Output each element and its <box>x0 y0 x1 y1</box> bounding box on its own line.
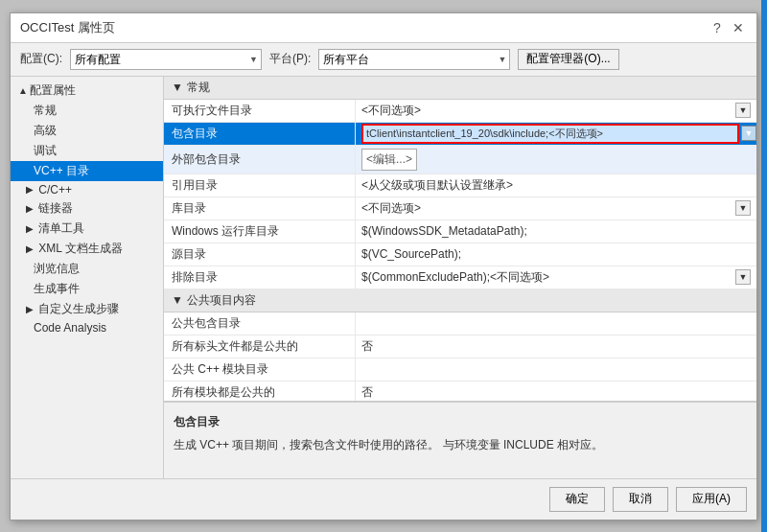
section-expand-icon: ▼ <box>172 81 183 94</box>
prop-name-all-public-headers: 所有标头文件都是公共的 <box>164 335 356 358</box>
tree-item-xml-gen[interactable]: ▶ XML 文档生成器 <box>11 239 163 259</box>
prop-name-library: 库目录 <box>164 197 356 220</box>
tree-item-advanced[interactable]: 高级 <box>11 121 163 141</box>
prop-value-library[interactable]: <不同选项> ▼ <box>356 197 756 220</box>
right-panel: ▼ 常规 可执行文件目录 <不同选项> ▼ 包含目录 <box>164 77 756 478</box>
platform-select-wrapper[interactable]: 所有平台 <box>318 49 510 70</box>
prop-name-include: 包含目录 <box>164 123 356 145</box>
prop-row-all-modules-public: 所有模块都是公共的 否 <box>164 382 756 402</box>
prop-row-external-include: 外部包含目录 <编辑...> <box>164 146 756 174</box>
exclude-dropdown-btn[interactable]: ▼ <box>735 269 751 285</box>
prop-name-reference: 引用目录 <box>164 174 356 197</box>
expand-manifest-icon: ▶ <box>26 223 34 234</box>
prop-row-winruntime: Windows 运行库目录 $(WindowsSDK_MetadataPath)… <box>164 220 756 243</box>
left-panel: ▲ 配置属性 常规 高级 调试 VC++ 目录 ▶ C/C++ ▶ 链接器 ▶ … <box>11 77 164 478</box>
prop-name-winruntime: Windows 运行库目录 <box>164 220 356 243</box>
prop-name-exclude: 排除目录 <box>164 266 356 289</box>
prop-value-reference[interactable]: <从父级或项目默认设置继承> <box>356 174 756 197</box>
config-bar: 配置(C): 所有配置 平台(P): 所有平台 配置管理器(O)... <box>11 43 756 77</box>
expand-custom-icon: ▶ <box>26 304 34 314</box>
prop-name-public-cpp-modules: 公共 C++ 模块目录 <box>164 359 356 381</box>
config-label: 配置(C): <box>20 51 62 67</box>
all-public-headers-value: 否 <box>361 338 373 355</box>
main-content: ▲ 配置属性 常规 高级 调试 VC++ 目录 ▶ C/C++ ▶ 链接器 ▶ … <box>11 77 756 478</box>
library-dropdown-btn[interactable]: ▼ <box>735 200 751 216</box>
prop-value-public-cpp-modules[interactable] <box>356 359 756 381</box>
help-button[interactable]: ? <box>709 19 726 36</box>
prop-name-source: 源目录 <box>164 243 356 266</box>
tree-item-manifest[interactable]: ▶ 清单工具 <box>11 219 163 239</box>
bottom-bar: 确定 取消 应用(A) <box>11 478 756 520</box>
tree-item-code-analysis[interactable]: Code Analysis <box>11 319 163 336</box>
exclude-value-text: $(CommonExcludePath);<不同选项> <box>361 269 735 286</box>
reference-value-text: <从父级或项目默认设置继承> <box>361 177 513 194</box>
library-value-text: <不同选项> <box>361 200 735 217</box>
include-dropdown-btn[interactable]: ▼ <box>741 126 756 141</box>
tree-item-debug[interactable]: 调试 <box>11 141 163 161</box>
prop-value-public-include[interactable] <box>356 312 756 335</box>
prop-value-all-modules-public[interactable]: 否 <box>356 382 756 402</box>
desc-title: 包含目录 <box>174 414 747 430</box>
prop-row-source: 源目录 $(VC_SourcePath); <box>164 243 756 266</box>
tree-item-cpp[interactable]: ▶ C/C++ <box>11 181 163 198</box>
prop-value-external-include[interactable]: <编辑...> <box>356 146 756 173</box>
platform-select[interactable]: 所有平台 <box>318 49 510 70</box>
close-button[interactable]: ✕ <box>730 19 747 36</box>
prop-value-executable[interactable]: <不同选项> ▼ <box>356 100 756 122</box>
description-area: 包含目录 生成 VC++ 项目期间，搜索包含文件时使用的路径。 与环境变量 IN… <box>164 402 756 478</box>
prop-value-winruntime[interactable]: $(WindowsSDK_MetadataPath); <box>356 220 756 243</box>
winruntime-value-text: $(WindowsSDK_MetadataPath); <box>361 224 527 238</box>
prop-value-source[interactable]: $(VC_SourcePath); <box>356 243 756 266</box>
manager-button[interactable]: 配置管理器(O)... <box>518 49 618 70</box>
prop-row-public-include: 公共包含目录 <box>164 312 756 335</box>
expand-linker-icon: ▶ <box>26 203 34 214</box>
config-select-wrapper[interactable]: 所有配置 <box>70 49 262 70</box>
section-title-public: 公共项目内容 <box>187 292 256 309</box>
dialog: OCCITest 属性页 ? ✕ 配置(C): 所有配置 平台(P): 所有平台… <box>10 12 757 520</box>
tree-item-linker[interactable]: ▶ 链接器 <box>11 198 163 219</box>
exclude-value-container: $(CommonExcludePath);<不同选项> ▼ <box>361 269 751 286</box>
tree-item-custom-build[interactable]: ▶ 自定义生成步骤 <box>11 299 163 319</box>
section-header-public: ▼ 公共项目内容 <box>164 289 756 312</box>
expand-cpp-icon: ▶ <box>26 184 34 195</box>
prop-value-exclude[interactable]: $(CommonExcludePath);<不同选项> ▼ <box>356 266 756 289</box>
prop-name-external-include: 外部包含目录 <box>164 146 356 173</box>
executable-value-container: <不同选项> ▼ <box>361 103 751 119</box>
platform-label: 平台(P): <box>269 51 311 67</box>
prop-name-public-include: 公共包含目录 <box>164 312 356 335</box>
section-title-general: 常规 <box>187 80 210 96</box>
title-bar-buttons: ? ✕ <box>709 19 747 36</box>
prop-row-reference: 引用目录 <从父级或项目默认设置继承> <box>164 174 756 197</box>
library-value-container: <不同选项> ▼ <box>361 200 751 217</box>
prop-row-include: 包含目录 tClient\instantclient_19_20\sdk\inc… <box>164 123 756 146</box>
tree-item-config-props[interactable]: ▲ 配置属性 <box>11 81 163 101</box>
prop-value-include[interactable]: tClient\instantclient_19_20\sdk\include;… <box>356 123 756 145</box>
tree-item-vc-dirs[interactable]: VC++ 目录 <box>11 161 163 181</box>
executable-dropdown-btn[interactable]: ▼ <box>735 103 751 118</box>
prop-value-all-public-headers[interactable]: 否 <box>356 335 756 358</box>
tree-item-build-events[interactable]: 生成事件 <box>11 279 163 299</box>
title-bar: OCCITest 属性页 ? ✕ <box>11 13 756 43</box>
expand-icon: ▲ <box>18 85 28 96</box>
props-area: ▼ 常规 可执行文件目录 <不同选项> ▼ 包含目录 <box>164 77 756 402</box>
include-value-container: tClient\instantclient_19_20\sdk\include;… <box>361 124 756 144</box>
executable-value-text: <不同选项> <box>361 103 735 119</box>
source-value-text: $(VC_SourcePath); <box>361 247 461 261</box>
cancel-button[interactable]: 取消 <box>613 487 668 512</box>
external-include-edit[interactable]: <编辑...> <box>361 149 417 171</box>
tree-item-browse[interactable]: 浏览信息 <box>11 259 163 279</box>
config-select[interactable]: 所有配置 <box>70 49 262 70</box>
section-expand-icon-public: ▼ <box>172 293 183 307</box>
section-header-general: ▼ 常规 <box>164 77 756 100</box>
apply-button[interactable]: 应用(A) <box>676 487 747 512</box>
prop-row-exclude: 排除目录 $(CommonExcludePath);<不同选项> ▼ <box>164 266 756 289</box>
desc-text: 生成 VC++ 项目期间，搜索包含文件时使用的路径。 与环境变量 INCLUDE… <box>174 436 747 454</box>
prop-row-executable: 可执行文件目录 <不同选项> ▼ <box>164 100 756 123</box>
prop-row-library: 库目录 <不同选项> ▼ <box>164 197 756 220</box>
dialog-title: OCCITest 属性页 <box>20 19 115 36</box>
tree-item-general[interactable]: 常规 <box>11 101 163 121</box>
prop-name-all-modules-public: 所有模块都是公共的 <box>164 382 356 402</box>
expand-xml-icon: ▶ <box>26 243 34 254</box>
prop-row-public-cpp-modules: 公共 C++ 模块目录 <box>164 359 756 382</box>
ok-button[interactable]: 确定 <box>549 487 605 512</box>
